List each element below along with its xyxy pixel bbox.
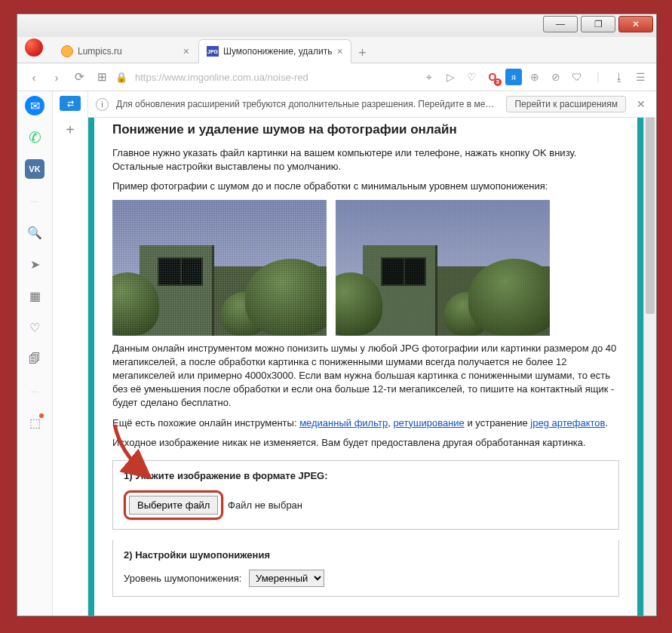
example-after-image bbox=[336, 200, 550, 336]
speed-dial-icon[interactable]: ▦ bbox=[25, 286, 44, 306]
intro-paragraph: Главное нужно указать файл картинки на в… bbox=[112, 146, 619, 174]
window-close-button[interactable]: ✕ bbox=[618, 16, 653, 32]
page-area: i Для обновления расширений требуются до… bbox=[88, 91, 656, 616]
url-field[interactable]: 🔒https://www.imgonline.com.ua/noise-red bbox=[115, 72, 416, 83]
whatsapp-icon[interactable]: ✆ bbox=[25, 128, 44, 147]
info-icon: i bbox=[96, 98, 109, 111]
extension-update-infobar: i Для обновления расширений требуются до… bbox=[88, 91, 656, 118]
opera-extension-icon[interactable]: O3 bbox=[484, 69, 501, 85]
news-icon[interactable]: 🗐 bbox=[25, 349, 44, 369]
bookmark-heart-icon[interactable]: ♡ bbox=[463, 69, 480, 85]
noise-level-label: Уровень шумопонижения: bbox=[124, 573, 244, 584]
example-caption: Пример фотографии с шумом до и после обр… bbox=[112, 180, 619, 193]
favicon-lumpics bbox=[61, 45, 73, 57]
step2-box: 2) Настройки шумопонижения Уровень шумоп… bbox=[112, 540, 619, 597]
video-popout-icon[interactable]: ▷ bbox=[442, 69, 459, 85]
notification-badge: 3 bbox=[494, 78, 502, 86]
snapshot-icon[interactable]: ⌖ bbox=[421, 69, 437, 85]
infobar-go-button[interactable]: Перейти к расширениям bbox=[506, 96, 626, 112]
tab-title: Lumpics.ru bbox=[78, 46, 122, 57]
page-left-border bbox=[88, 118, 94, 616]
shield-icon[interactable]: 🛡 bbox=[569, 69, 585, 85]
note-paragraph: Исходное изображение никак не изменяется… bbox=[112, 436, 619, 450]
flow-send-icon[interactable]: ➤ bbox=[25, 254, 44, 274]
lock-icon: 🔒 bbox=[115, 72, 127, 83]
sidebar-left: ✉ ✆ VK — 🔍 ➤ ▦ ♡ 🗐 — ⬚ bbox=[17, 91, 53, 616]
link-median-filter[interactable]: медианный фильтр bbox=[299, 417, 388, 429]
infobar-message: Для обновления расширений требуются допо… bbox=[116, 99, 499, 109]
vpn-globe-icon[interactable]: ⊕ bbox=[526, 69, 543, 85]
easy-setup-icon[interactable]: ☰ bbox=[632, 69, 649, 85]
add-panel-icon[interactable]: + bbox=[66, 121, 75, 139]
tab-strip: Lumpics.ru × JPG Шумопонижение, удалить … bbox=[17, 37, 656, 63]
choose-file-highlight: Выберите файл bbox=[124, 490, 223, 520]
nav-forward-button[interactable]: › bbox=[48, 68, 66, 86]
bookmarks-icon[interactable]: ♡ bbox=[25, 318, 44, 337]
tab-lumpics[interactable]: Lumpics.ru × bbox=[54, 40, 197, 63]
adblock-icon[interactable]: ⊘ bbox=[548, 69, 564, 85]
sidebar-separator: — bbox=[25, 191, 44, 210]
window-minimize-button[interactable]: — bbox=[543, 16, 578, 32]
example-images-row bbox=[112, 200, 619, 336]
link-retouch[interactable]: ретуширование bbox=[393, 417, 464, 429]
new-tab-button[interactable]: + bbox=[353, 43, 373, 63]
nav-back-button[interactable]: ‹ bbox=[25, 68, 43, 86]
tab-title: Шумопонижение, удалить bbox=[223, 46, 332, 57]
messenger-icon[interactable]: ✉ bbox=[25, 96, 44, 115]
tab-imgonline[interactable]: JPG Шумопонижение, удалить × bbox=[198, 39, 351, 63]
window-titlebar: — ❐ ✕ bbox=[17, 14, 656, 37]
noise-level-select[interactable]: Умеренный bbox=[249, 570, 324, 587]
extensions-icon[interactable]: ⬚ bbox=[25, 413, 44, 432]
favicon-imgonline: JPG bbox=[207, 46, 219, 57]
link-jpeg-artifacts[interactable]: jpeg артефактов bbox=[530, 417, 605, 429]
step2-title: 2) Настройки шумопонижения bbox=[124, 549, 608, 561]
opera-menu-button[interactable] bbox=[25, 38, 43, 57]
step1-title: 1) Укажите изображение в формате JPEG: bbox=[124, 470, 608, 481]
address-bar: ‹ › ⟳ ⊞ 🔒https://www.imgonline.com.ua/no… bbox=[17, 63, 656, 91]
no-file-label: Файл не выбран bbox=[228, 499, 302, 511]
downloads-icon[interactable]: ⭳ bbox=[611, 69, 628, 85]
step1-box: 1) Укажите изображение в формате JPEG: В… bbox=[112, 460, 619, 530]
window-maximize-button[interactable]: ❐ bbox=[581, 16, 615, 32]
search-icon[interactable]: 🔍 bbox=[25, 223, 44, 242]
translate-panel-icon[interactable]: ⇄ bbox=[60, 96, 81, 111]
page-content: Понижение и удаление шумов на фотографии… bbox=[94, 118, 637, 616]
separator: | bbox=[590, 69, 606, 85]
page-right-border bbox=[637, 118, 643, 616]
sidebar-mid: ⇄ + bbox=[53, 91, 88, 616]
choose-file-button[interactable]: Выберите файл bbox=[129, 496, 218, 515]
sidebar-separator: — bbox=[25, 381, 44, 401]
infobar-close-icon[interactable]: ✕ bbox=[634, 98, 649, 110]
browser-window: — ❐ ✕ Lumpics.ru × JPG Шумопонижение, уд… bbox=[17, 14, 657, 616]
tab-close-icon[interactable]: × bbox=[183, 45, 189, 57]
related-tools-paragraph: Ещё есть похожие онлайн инструменты: мед… bbox=[112, 416, 619, 430]
speed-dial-button[interactable]: ⊞ bbox=[93, 68, 111, 86]
translate-extension-icon[interactable]: я bbox=[505, 69, 522, 85]
nav-reload-button[interactable]: ⟳ bbox=[70, 68, 88, 86]
example-before-image bbox=[112, 200, 327, 336]
description-paragraph: Данным онлайн инструментом можно понизит… bbox=[112, 342, 619, 410]
scrollbar-vertical[interactable] bbox=[643, 118, 656, 616]
scrollbar-thumb[interactable] bbox=[646, 118, 655, 314]
tab-close-icon[interactable]: × bbox=[336, 45, 342, 57]
page-title: Понижение и удаление шумов на фотографии… bbox=[112, 122, 619, 137]
vk-icon[interactable]: VK bbox=[25, 159, 44, 179]
